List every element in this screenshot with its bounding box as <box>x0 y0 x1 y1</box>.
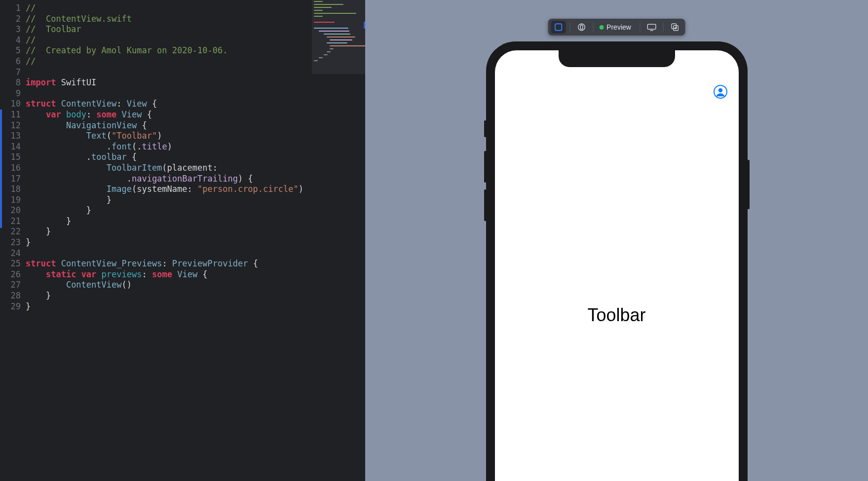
toolbar-separator <box>640 22 641 32</box>
line-number: 15 <box>0 152 26 163</box>
code-line[interactable]: } <box>26 291 365 301</box>
line-number: 14 <box>0 142 26 152</box>
duplicate-preview-button[interactable] <box>668 21 682 34</box>
line-number: 16 <box>0 163 26 174</box>
svg-rect-2 <box>580 25 583 30</box>
silence-switch <box>484 120 487 137</box>
live-preview-button[interactable] <box>551 21 566 34</box>
code-line[interactable]: .font(.title) <box>26 142 365 152</box>
change-indicator <box>0 110 2 228</box>
device-settings-button[interactable] <box>644 21 659 34</box>
code-line[interactable]: Text("Toolbar") <box>26 131 365 142</box>
line-number: 26 <box>0 269 26 280</box>
code-line[interactable]: .navigationBarTrailing) { <box>26 174 365 185</box>
line-number: 22 <box>0 226 26 237</box>
status-dot-icon <box>599 25 604 30</box>
device-screen[interactable]: Toolbar <box>495 50 739 481</box>
toolbar-separator <box>663 22 664 32</box>
line-number: 3 <box>0 24 26 35</box>
line-number: 28 <box>0 291 26 301</box>
line-number: 9 <box>0 88 26 99</box>
code-line[interactable] <box>26 248 365 259</box>
code-line[interactable]: } <box>26 226 365 237</box>
line-number: 21 <box>0 216 26 227</box>
line-number: 27 <box>0 280 26 291</box>
code-line[interactable]: } <box>26 216 365 227</box>
canvas-preview-pane: Preview Too <box>365 0 868 481</box>
code-line[interactable]: } <box>26 195 365 206</box>
line-number: 25 <box>0 259 26 269</box>
volume-up-button <box>484 151 487 183</box>
line-number: 11 <box>0 110 26 120</box>
code-line[interactable]: var body: some View { <box>26 110 365 120</box>
code-line[interactable]: static var previews: some View { <box>26 269 365 280</box>
person-crop-circle-icon[interactable] <box>713 84 728 99</box>
code-line[interactable]: struct ContentView_Previews: PreviewProv… <box>26 259 365 269</box>
code-line[interactable]: } <box>26 205 365 216</box>
selectable-preview-button[interactable] <box>574 21 589 34</box>
code-line[interactable]: } <box>26 301 365 312</box>
line-number: 4 <box>0 35 26 46</box>
device-notch <box>559 50 675 67</box>
preview-label-text: Preview <box>606 23 631 31</box>
line-number: 8 <box>0 77 26 88</box>
svg-rect-0 <box>555 24 562 31</box>
code-line[interactable]: import SwiftUI <box>26 77 365 88</box>
code-line[interactable]: } <box>26 237 365 248</box>
navigation-bar <box>495 77 739 107</box>
code-line[interactable] <box>26 312 365 323</box>
code-line[interactable]: .toolbar { <box>26 152 365 163</box>
preview-status[interactable]: Preview <box>597 23 636 31</box>
power-button <box>747 160 750 209</box>
line-number: 20 <box>0 205 26 216</box>
line-number: 19 <box>0 195 26 206</box>
line-number: 29 <box>0 301 26 312</box>
preview-toolbar: Preview <box>548 19 685 36</box>
minimap[interactable] <box>312 0 365 74</box>
device-frame: Toolbar <box>486 41 748 481</box>
toolbar-separator <box>569 22 570 32</box>
line-number: 18 <box>0 184 26 195</box>
svg-point-10 <box>718 88 722 92</box>
line-number: 6 <box>0 56 26 67</box>
line-number: 5 <box>0 45 26 56</box>
line-number: 1 <box>0 3 26 14</box>
code-line[interactable]: struct ContentView: View { <box>26 99 365 110</box>
code-line[interactable]: ContentView() <box>26 280 365 291</box>
line-number: 23 <box>0 237 26 248</box>
volume-down-button <box>484 189 487 221</box>
code-line[interactable] <box>26 88 365 99</box>
line-number: 7 <box>0 67 26 78</box>
line-number: 13 <box>0 131 26 142</box>
title-text: Toolbar <box>587 305 645 326</box>
code-line[interactable]: Image(systemName: "person.crop.circle") <box>26 184 365 195</box>
toolbar-separator <box>593 22 593 32</box>
line-number: 17 <box>0 174 26 185</box>
code-line[interactable]: NavigationView { <box>26 120 365 131</box>
code-editor-pane: 1234567891011121314151617181920212223242… <box>0 0 365 481</box>
line-number-gutter: 1234567891011121314151617181920212223242… <box>0 0 26 481</box>
line-number: 2 <box>0 14 26 25</box>
code-line[interactable]: ToolbarItem(placement: <box>26 163 365 174</box>
svg-rect-3 <box>648 24 656 29</box>
line-number: 10 <box>0 99 26 110</box>
line-number: 12 <box>0 120 26 131</box>
line-number: 24 <box>0 248 26 259</box>
